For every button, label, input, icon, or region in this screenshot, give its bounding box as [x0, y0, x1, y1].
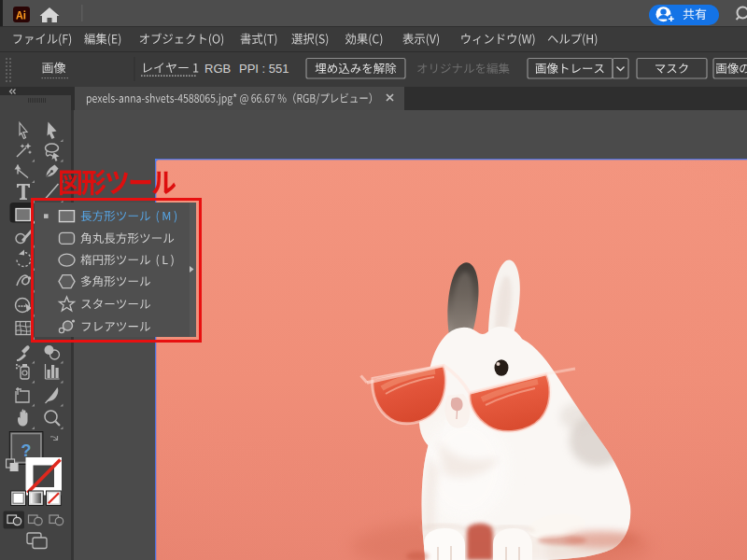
svg-text:RGB: RGB [204, 62, 231, 76]
svg-text:PPI : 551: PPI : 551 [239, 62, 289, 76]
